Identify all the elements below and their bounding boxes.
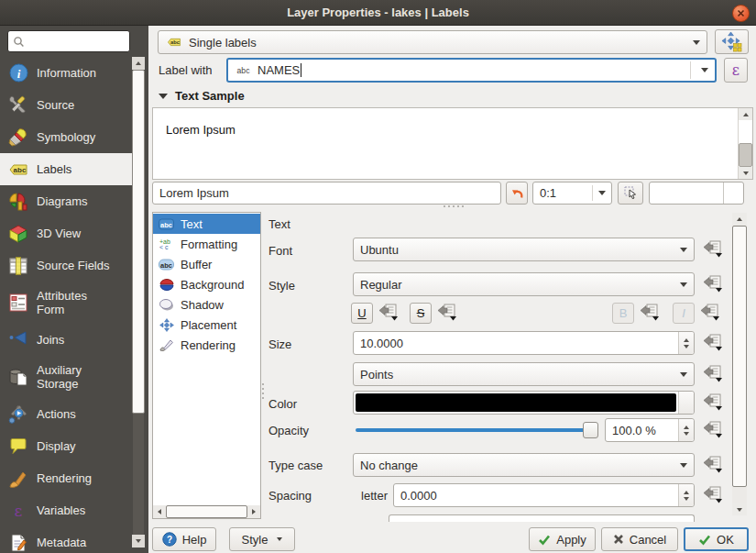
labels-icon: abc [8,160,28,180]
svg-text:abc: abc [160,220,172,228]
tab-rendering[interactable]: Rendering [153,335,260,355]
data-defined-strikeout-button[interactable] [437,303,459,323]
type-case-label: Type case [268,459,323,472]
underline-toggle-button[interactable]: U [351,303,373,324]
size-unit-combobox[interactable]: Points [353,362,695,386]
sidebar-item-diagrams[interactable]: Diagrams [0,185,132,217]
chevron-down-icon [680,372,687,377]
ok-button[interactable]: OK [684,527,749,551]
map-cursor-icon [624,186,638,200]
data-defined-font-button[interactable] [703,239,725,260]
italic-toggle-button[interactable]: I [673,303,695,324]
letter-spacing-spinbox[interactable]: 0.0000 [393,483,695,507]
tab-shadow[interactable]: Shadow [153,294,260,315]
sidebar-item-actions[interactable]: Actions [0,398,132,430]
word-spacing-spinbox-partial[interactable] [389,514,695,522]
sample-scale-combobox[interactable]: 0:1 [532,182,612,205]
tab-formatting[interactable]: +ab< c Formatting [153,234,260,254]
strikeout-toggle-button[interactable]: S [410,303,432,324]
search-icon [13,36,25,48]
chevron-down-icon [693,40,700,45]
titlebar[interactable]: Layer Properties - lakes | Labels [0,0,756,26]
sample-background-color-picker[interactable] [649,182,744,205]
opacity-spinbox[interactable]: 100.0 % [605,418,695,442]
style-menu-button[interactable]: Style [229,527,295,551]
sidebar-item-information[interactable]: i Information [0,57,132,89]
preview-scrollbar[interactable] [738,108,752,179]
close-button[interactable] [732,5,750,22]
bold-toggle-button[interactable]: B [612,303,634,324]
data-defined-opacity-button[interactable] [703,420,725,440]
color-swatch [650,182,723,204]
tab-background[interactable]: Background [153,274,260,294]
opacity-slider-handle[interactable] [583,422,598,438]
label-settings-tablist: abc Text +ab< c Formatting abc Buffer Ba… [152,212,261,519]
form-scrollbar[interactable] [732,213,747,515]
data-defined-letter-spacing-button[interactable] [703,485,725,505]
tab-text[interactable]: abc Text [153,214,260,234]
size-spinbox[interactable]: 10.0000 [353,331,695,355]
label-with-label: Label with [159,63,213,77]
splitter-handle[interactable] [444,205,464,207]
scroll-up-arrow[interactable] [132,57,145,70]
map-canvas-color-button[interactable] [618,182,643,205]
reset-sample-button[interactable] [506,182,528,205]
tab-placement[interactable]: Placement [153,315,260,335]
sidebar-item-variables[interactable]: ε Variables [0,494,132,526]
panel-splitter-handle[interactable] [262,383,264,399]
data-defined-style-button[interactable] [703,274,725,294]
auto-placement-settings-button[interactable] [715,29,749,54]
cancel-button[interactable]: Cancel [601,527,678,551]
sidebar-item-symbology[interactable]: Symbology [0,121,132,153]
sidebar-item-auxiliary-storage[interactable]: Auxiliary Storage [0,356,132,398]
label-mode-combobox[interactable]: abc Single labels [158,30,707,54]
sidebar-item-joins[interactable]: Joins [0,324,132,356]
sample-text-input[interactable]: Lorem Ipsum [152,182,501,205]
x-icon [613,534,624,545]
tab-buffer[interactable]: abc Buffer [153,254,260,274]
svg-text:ε: ε [15,502,23,520]
data-defined-type-case-button[interactable] [703,455,725,475]
data-defined-color-button[interactable] [703,393,725,413]
data-defined-bold-button[interactable] [640,303,662,323]
sidebar-item-3d-view[interactable]: 3D View [0,217,132,249]
sidebar-item-source[interactable]: Source [0,89,132,121]
variables-icon: ε [8,501,28,521]
help-button[interactable]: ? Help [152,527,216,551]
expression-builder-button[interactable]: ε [724,58,748,83]
color-label: Color [268,397,297,411]
chevron-down-icon [680,248,687,252]
sidebar-item-display[interactable]: Display [0,430,132,462]
metadata-icon [8,533,28,553]
apply-button[interactable]: Apply [529,527,596,551]
sidebar-item-labels[interactable]: abc Labels [0,153,132,185]
text-color-picker[interactable] [353,391,695,415]
sidebar-item-source-fields[interactable]: Source Fields [0,249,132,282]
size-value: 10.0000 [354,337,403,350]
layer-properties-dialog: Layer Properties - lakes | Labels i Info… [0,0,756,553]
font-combobox[interactable]: Ubuntu [353,238,695,261]
collapse-triangle-icon [159,94,168,99]
shadow-tab-icon [158,297,175,312]
sidebar-scrollbar[interactable] [132,57,145,553]
sidebar-scroll-thumb[interactable] [132,70,145,414]
chevron-down-icon [277,537,282,541]
sidebar-item-metadata[interactable]: Metadata [0,526,132,553]
data-defined-underline-button[interactable] [378,303,400,323]
data-defined-italic-button[interactable] [700,303,722,323]
sidebar-item-attributes-form[interactable]: Attributes Form [0,282,132,324]
type-case-combobox[interactable]: No change [353,453,695,477]
font-style-combobox[interactable]: Regular [353,272,695,296]
sidebar-item-rendering[interactable]: Rendering [0,462,132,494]
data-defined-size-button[interactable] [703,333,725,353]
svg-text:abc: abc [160,260,172,269]
scroll-down-arrow[interactable] [132,535,145,547]
color-swatch [356,393,676,412]
data-defined-size-unit-button[interactable] [703,364,725,384]
text-sample-section-header[interactable]: Text Sample [159,89,245,103]
text-caret [301,63,301,77]
label-with-combobox[interactable]: abc NAMES [226,58,717,83]
tablist-hscrollbar[interactable] [153,505,260,518]
opacity-slider[interactable] [356,428,594,432]
sidebar-search-input[interactable] [7,30,130,52]
